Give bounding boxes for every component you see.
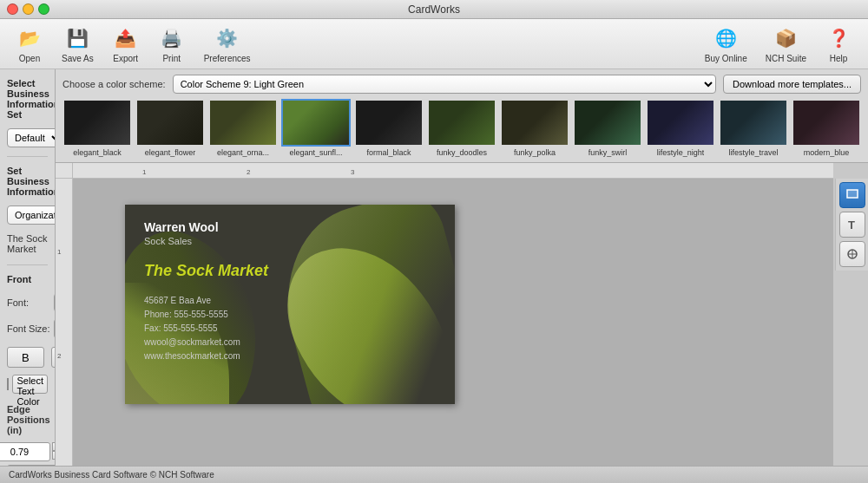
toolbar: 📂 Open 💾 Save As 📤 Export 🖨️ Print ⚙️ Pr… (0, 19, 868, 69)
ruler-corner (56, 163, 73, 179)
template-item-t7[interactable]: funky_polka (500, 99, 569, 157)
card-container: Warren Wool Sock Sales The Sock Market 4… (125, 205, 455, 404)
color-row: Select Text Color (7, 375, 48, 394)
scheme-select[interactable]: Color Scheme 9: Light Green (173, 75, 716, 94)
open-icon: 📂 (16, 24, 43, 52)
card-name: Warren Wool (144, 220, 436, 234)
template-item-t8[interactable]: funky_swirl (573, 99, 642, 157)
svg-rect-1 (847, 190, 858, 198)
template-item-t2[interactable]: elegant_flower (135, 99, 205, 157)
ruler-horizontal: 1 2 3 (73, 163, 833, 179)
side-tools: T (835, 179, 868, 271)
buy-online-icon: 🌐 (712, 24, 740, 52)
preferences-icon: ⚙️ (214, 24, 241, 52)
close-button[interactable] (7, 3, 18, 15)
divider-1 (7, 156, 48, 157)
org-name-select[interactable]: Organization Name (7, 206, 56, 225)
card-content: Warren Wool Sock Sales The Sock Market 4… (125, 205, 455, 404)
front-label: Front (7, 274, 48, 284)
font-label: Font: (7, 297, 50, 308)
font-row: Font: Arial (7, 293, 48, 312)
template-item-t4[interactable]: elegant_sunfl... (281, 99, 351, 157)
status-text: CardWorks Business Card Software © NCH S… (9, 470, 214, 480)
canvas-area: 1 2 3 1 2 Warren Wool Sock (56, 163, 868, 466)
template-item-t1[interactable]: elegant_black (62, 99, 132, 157)
save-icon: 💾 (63, 24, 91, 52)
export-icon: 📤 (112, 24, 140, 52)
toolbar-right: 🌐 Buy Online 📦 NCH Suite ❓ Help (698, 21, 859, 67)
preferences-button[interactable]: ⚙️ Preferences (197, 21, 258, 67)
svg-text:T: T (848, 219, 855, 232)
divider-2 (7, 264, 48, 265)
template-item-t10[interactable]: lifestyle_travel (719, 99, 788, 157)
template-area: Choose a color scheme: Color Scheme 9: L… (56, 69, 868, 163)
nch-icon: 📦 (772, 24, 799, 52)
right-content: Choose a color scheme: Color Scheme 9: L… (56, 69, 868, 466)
template-item-t5[interactable]: formal_black (354, 99, 424, 157)
maximize-button[interactable] (38, 3, 49, 15)
select-tool-button[interactable] (839, 182, 865, 208)
scheme-label: Choose a color scheme: (62, 79, 166, 89)
minimize-button[interactable] (23, 3, 34, 15)
card-address: 45687 E Baa Ave (144, 294, 436, 308)
print-button[interactable]: 🖨️ Print (151, 21, 193, 67)
edge-top-row: ▲ ▼ (7, 442, 48, 461)
card-fax: Fax: 555-555-5555 (144, 322, 436, 336)
org-name-value: The Sock Market (7, 232, 48, 256)
business-set-select[interactable]: Default (7, 128, 56, 147)
business-set-label: Select Business Information Set (7, 78, 48, 120)
title-bar: CardWorks (0, 0, 868, 19)
help-button[interactable]: ❓ Help (818, 21, 859, 67)
business-set-row: Default + − (7, 128, 48, 147)
text-tool-button[interactable]: T (839, 212, 865, 238)
color-button[interactable]: Select Text Color (12, 375, 48, 394)
template-top: Choose a color scheme: Color Scheme 9: L… (62, 75, 861, 94)
nch-suite-button[interactable]: 📦 NCH Suite (759, 21, 813, 67)
edge-middle-row: ▲ ▼ ▲ ▼ (7, 465, 48, 466)
edge-top-input[interactable] (0, 442, 50, 461)
edge-left-input[interactable] (7, 465, 56, 466)
set-info-label: Set Business Information (7, 166, 48, 197)
card-email: wwool@sockmarket.com (144, 336, 436, 349)
bold-button[interactable]: B (7, 347, 44, 368)
image-tool-button[interactable] (839, 241, 865, 267)
template-item-t11[interactable]: modern_blue (792, 99, 861, 157)
template-scroll: elegant_blackelegant_flowerelegant_orna.… (62, 99, 861, 157)
card-website: www.thesockmarket.com (144, 349, 436, 363)
open-button[interactable]: 📂 Open (9, 21, 50, 67)
template-item-t3[interactable]: elegant_orna... (208, 99, 278, 157)
card-details: 45687 E Baa Ave Phone: 555-555-5555 Fax:… (144, 294, 436, 363)
template-item-t9[interactable]: lifestyle_night (646, 99, 715, 157)
card-phone: Phone: 555-555-5555 (144, 308, 436, 322)
window-controls[interactable] (7, 3, 49, 15)
color-swatch (7, 378, 9, 390)
buy-online-button[interactable]: 🌐 Buy Online (698, 21, 754, 67)
edge-inputs: ▲ ▼ ▲ ▼ ▲ ▼ ▲ ▼ (7, 442, 48, 466)
card-job-title: Sock Sales (144, 236, 436, 246)
template-item-t6[interactable]: funky_doodles (427, 99, 496, 157)
card-company: The Sock Market (144, 262, 436, 280)
main-area: Select Business Information Set Default … (0, 69, 868, 466)
status-bar: CardWorks Business Card Software © NCH S… (0, 466, 868, 483)
style-row: B I (7, 347, 48, 368)
export-button[interactable]: 📤 Export (105, 21, 147, 67)
download-templates-button[interactable]: Download more templates... (723, 75, 861, 94)
ruler-vertical: 1 2 (56, 179, 73, 466)
edge-label: Edge Positions (in) (7, 404, 48, 435)
left-panel: Select Business Information Set Default … (0, 69, 56, 466)
help-icon: ❓ (825, 24, 852, 52)
app-title: CardWorks (408, 3, 460, 16)
font-size-label: Font Size: (7, 323, 50, 334)
save-as-button[interactable]: 💾 Save As (55, 21, 101, 67)
canvas-background: Warren Wool Sock Sales The Sock Market 4… (73, 179, 833, 466)
print-icon: 🖨️ (158, 24, 186, 52)
business-card: Warren Wool Sock Sales The Sock Market 4… (125, 205, 455, 404)
org-name-row: Organization Name (7, 206, 48, 225)
font-size-row: Font Size: ▲ ▼ (7, 319, 48, 338)
